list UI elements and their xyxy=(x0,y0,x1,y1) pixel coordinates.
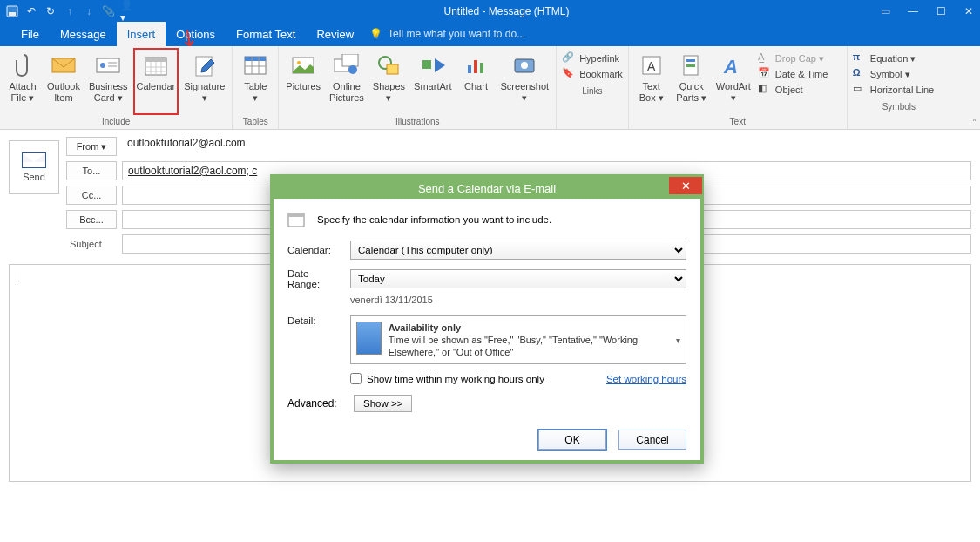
cancel-button[interactable]: Cancel xyxy=(618,430,686,450)
group-links-label: Links xyxy=(560,85,625,98)
business-card-button[interactable]: Business Card ▾ xyxy=(85,48,132,115)
drop-cap-button[interactable]: A̲Drop Cap ▾ xyxy=(758,51,841,65)
subject-label: Subject xyxy=(66,239,117,249)
bcc-button[interactable]: Bcc... xyxy=(66,210,117,229)
group-links: 🔗Hyperlink 🔖Bookmark Links xyxy=(557,46,629,129)
quick-parts-button[interactable]: Quick Parts ▾ xyxy=(672,48,711,115)
send-label: Send xyxy=(23,172,45,182)
maximize-icon[interactable]: ☐ xyxy=(935,5,947,17)
quick-access-toolbar: ↶ ↻ ↑ ↓ 📎 👤▾ xyxy=(5,4,134,18)
date-range-label: Date Range: xyxy=(287,268,341,289)
detail-title: Availability only xyxy=(389,322,461,333)
group-symbols: πEquation ▾ ΩSymbol ▾ ▭Horizontal Line S… xyxy=(848,46,950,129)
shapes-button[interactable]: Shapes ▾ xyxy=(369,48,409,115)
svg-text:A: A xyxy=(647,59,656,73)
svg-point-24 xyxy=(348,65,357,74)
textbox-button[interactable]: AText Box ▾ xyxy=(632,48,671,115)
from-button[interactable]: From ▾ xyxy=(66,137,117,156)
to-button[interactable]: To... xyxy=(66,161,117,180)
equation-button[interactable]: πEquation ▾ xyxy=(853,51,945,65)
svg-point-4 xyxy=(100,63,105,68)
undo-icon[interactable]: ↶ xyxy=(24,4,38,18)
pictures-button[interactable]: Pictures xyxy=(282,48,324,115)
collapse-ribbon-icon[interactable]: ˄ xyxy=(972,118,977,127)
online-pictures-button[interactable]: Online Pictures xyxy=(326,48,368,115)
svg-rect-8 xyxy=(145,58,166,62)
symbol-button[interactable]: ΩSymbol ▾ xyxy=(853,67,945,81)
object-button[interactable]: ◧Object xyxy=(758,83,841,97)
menubar: File Message Insert Options Format Text … xyxy=(0,22,980,46)
svg-point-21 xyxy=(297,61,301,64)
window-buttons: ▭ — ☐ ✕ xyxy=(879,5,975,17)
down-icon[interactable]: ↓ xyxy=(82,4,96,18)
calendar-select[interactable]: Calendar (This computer only) xyxy=(350,241,686,260)
cursor-icon xyxy=(17,272,17,284)
attach-icon[interactable]: 📎 xyxy=(101,4,115,18)
group-illustrations: Pictures Online Pictures Shapes ▾ SmartA… xyxy=(279,46,557,129)
group-include-label: Include xyxy=(3,115,228,129)
svg-marker-28 xyxy=(435,58,445,72)
hyperlink-button[interactable]: 🔗Hyperlink xyxy=(562,51,623,65)
calendar-icon xyxy=(287,211,305,228)
group-text: AText Box ▾ Quick Parts ▾ AWordArt ▾ A̲D… xyxy=(629,46,848,129)
group-include: Attach File ▾ Outlook Item Business Card… xyxy=(0,46,233,129)
detail-label: Detail: xyxy=(287,315,341,326)
up-icon[interactable]: ↑ xyxy=(63,4,77,18)
user-icon[interactable]: 👤▾ xyxy=(120,4,134,18)
svg-rect-3 xyxy=(97,58,119,72)
horizontal-line-button[interactable]: ▭Horizontal Line xyxy=(853,83,945,97)
set-working-hours-link[interactable]: Set working hours xyxy=(606,374,686,384)
tab-message[interactable]: Message xyxy=(50,22,117,46)
ribbon: Attach File ▾ Outlook Item Business Card… xyxy=(0,46,980,130)
attach-file-button[interactable]: Attach File ▾ xyxy=(3,48,42,115)
svg-rect-30 xyxy=(474,60,477,73)
from-value: outlooktutorial2@aol.com xyxy=(122,137,971,156)
send-calendar-dialog: Send a Calendar via E-mail ✕ Specify the… xyxy=(270,174,704,464)
group-illustrations-label: Illustrations xyxy=(282,115,552,129)
group-text-label: Text xyxy=(632,115,843,129)
send-button[interactable]: Send xyxy=(9,140,59,194)
outlook-item-button[interactable]: Outlook Item xyxy=(44,48,84,115)
minimize-icon[interactable]: — xyxy=(907,5,919,17)
screenshot-button[interactable]: Screenshot ▾ xyxy=(497,48,553,115)
group-tables-label: Tables xyxy=(236,115,274,129)
ok-button[interactable]: OK xyxy=(538,430,606,450)
date-time-button[interactable]: 📅Date & Time xyxy=(758,67,841,81)
tab-options[interactable]: Options xyxy=(166,22,226,46)
dialog-intro: Specify the calendar information you wan… xyxy=(317,214,551,225)
svg-rect-31 xyxy=(480,63,483,73)
show-advanced-button[interactable]: Show >> xyxy=(354,395,412,412)
bookmark-button[interactable]: 🔖Bookmark xyxy=(562,67,623,81)
tab-insert[interactable]: Insert xyxy=(117,22,166,46)
detail-desc: Time will be shown as "Free," "Busy," "T… xyxy=(389,335,638,357)
redo-icon[interactable]: ↻ xyxy=(44,4,57,18)
dialog-close-button[interactable]: ✕ xyxy=(669,177,702,194)
date-range-select[interactable]: Today xyxy=(350,269,686,288)
close-icon[interactable]: ✕ xyxy=(963,5,975,17)
envelope-icon xyxy=(22,152,46,168)
tab-review[interactable]: Review xyxy=(306,22,364,46)
date-text: venerdì 13/11/2015 xyxy=(350,295,686,305)
tell-me-label: Tell me what you want to do... xyxy=(388,28,525,40)
tab-format-text[interactable]: Format Text xyxy=(226,22,306,46)
tell-me[interactable]: 💡 Tell me what you want to do... xyxy=(364,22,525,46)
svg-rect-16 xyxy=(245,57,266,61)
advanced-label: Advanced: xyxy=(287,397,341,410)
wordart-button[interactable]: AWordArt ▾ xyxy=(713,48,754,115)
cc-button[interactable]: Cc... xyxy=(66,186,117,205)
window-title: Untitled - Message (HTML) xyxy=(134,5,879,17)
svg-rect-1 xyxy=(9,12,16,16)
tab-file[interactable]: File xyxy=(10,22,50,46)
svg-rect-41 xyxy=(288,213,304,217)
save-icon[interactable] xyxy=(5,4,19,18)
calendar-button[interactable]: Calendar xyxy=(133,48,179,115)
smartart-button[interactable]: SmartArt xyxy=(410,48,455,115)
signature-button[interactable]: Signature ▾ xyxy=(180,48,228,115)
ribbon-display-icon[interactable]: ▭ xyxy=(879,5,891,17)
titlebar: ↶ ↻ ↑ ↓ 📎 👤▾ Untitled - Message (HTML) ▭… xyxy=(0,0,980,22)
chart-button[interactable]: Chart xyxy=(457,48,496,115)
group-symbols-label: Symbols xyxy=(851,100,947,114)
detail-select[interactable]: Availability only Time will be shown as … xyxy=(350,315,686,364)
working-hours-checkbox[interactable]: Show time within my working hours only xyxy=(350,373,544,384)
table-button[interactable]: Table ▾ xyxy=(236,48,274,115)
